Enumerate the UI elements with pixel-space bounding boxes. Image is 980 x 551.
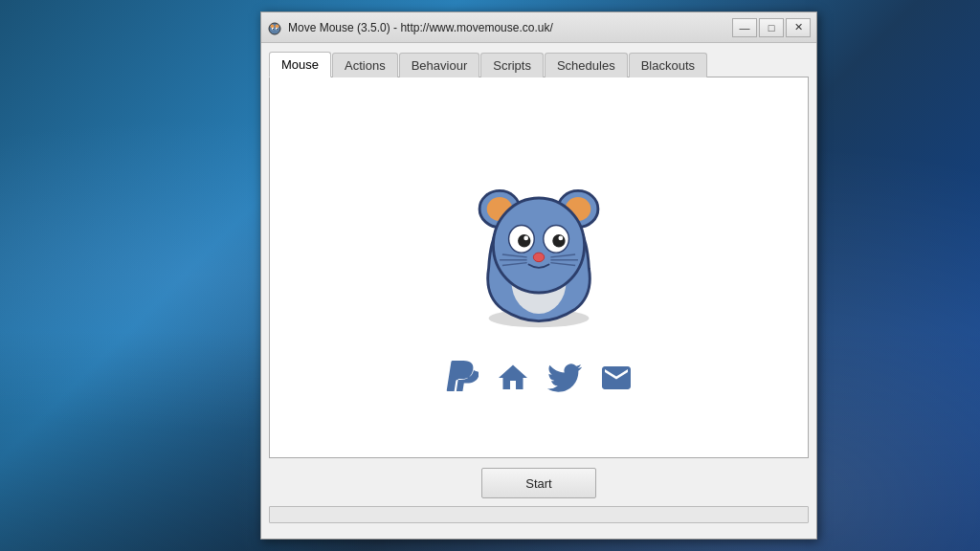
close-button[interactable]: ✕ xyxy=(786,18,811,37)
bottom-area: Start xyxy=(269,458,809,531)
tab-bar: Mouse Actions Behaviour Scripts Schedule… xyxy=(269,51,809,77)
svg-point-16 xyxy=(518,234,530,247)
svg-point-6 xyxy=(277,28,278,29)
app-icon xyxy=(267,20,282,35)
svg-point-2 xyxy=(276,24,279,28)
tab-mouse[interactable]: Mouse xyxy=(269,52,331,77)
svg-point-17 xyxy=(523,235,528,240)
title-bar-controls: — □ ✕ xyxy=(732,18,811,37)
svg-point-19 xyxy=(558,235,563,240)
window-body: Mouse Actions Behaviour Scripts Schedule… xyxy=(261,43,816,539)
progress-bar xyxy=(269,506,809,523)
minimize-button[interactable]: — xyxy=(732,18,757,37)
tab-schedules[interactable]: Schedules xyxy=(545,53,628,77)
svg-point-1 xyxy=(271,24,275,28)
home-icon[interactable] xyxy=(496,361,530,395)
maximize-button[interactable]: □ xyxy=(759,18,784,37)
start-button[interactable]: Start xyxy=(481,468,596,498)
svg-point-13 xyxy=(493,198,584,293)
mouse-mascot xyxy=(448,141,630,332)
mascot-container xyxy=(270,77,808,457)
email-icon[interactable] xyxy=(599,361,634,395)
content-area xyxy=(269,77,809,458)
tab-scripts[interactable]: Scripts xyxy=(480,53,544,77)
svg-point-5 xyxy=(273,28,274,29)
social-icons-row xyxy=(444,361,634,395)
title-bar: Move Mouse (3.5.0) - http://www.movemous… xyxy=(261,12,816,43)
window-title: Move Mouse (3.5.0) - http://www.movemous… xyxy=(288,21,553,34)
paypal-icon[interactable] xyxy=(444,361,479,395)
title-bar-left: Move Mouse (3.5.0) - http://www.movemous… xyxy=(267,20,553,35)
tab-actions[interactable]: Actions xyxy=(332,53,398,77)
tab-behaviour[interactable]: Behaviour xyxy=(399,53,480,77)
main-window: Move Mouse (3.5.0) - http://www.movemous… xyxy=(260,11,817,540)
twitter-icon[interactable] xyxy=(547,361,582,395)
tab-blackouts[interactable]: Blackouts xyxy=(629,53,707,77)
svg-point-20 xyxy=(533,253,544,262)
svg-point-18 xyxy=(552,234,565,247)
svg-point-0 xyxy=(269,23,280,34)
